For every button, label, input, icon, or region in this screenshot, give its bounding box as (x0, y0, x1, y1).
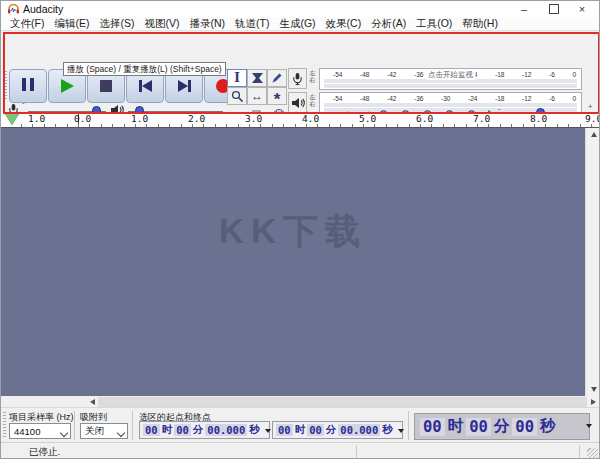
recording-meter[interactable]: -54-48-42-36-30-24-18-12-60 点击开始监视 (319, 68, 582, 90)
time-shift-icon: ↔ (251, 89, 263, 103)
selection-end-field[interactable]: 00时00分00.000秒 (272, 421, 403, 439)
snap-to-select[interactable]: 关闭 (80, 423, 128, 439)
project-rate-select[interactable]: 44100 (9, 423, 71, 439)
time-segment: 时 (161, 423, 174, 437)
audacity-window: Audacity – × 文件(F)编辑(E)选择(S)视图(V)播录(N)轨道… (0, 0, 600, 459)
menu-bar: 文件(F)编辑(E)选择(S)视图(V)播录(N)轨道(T)生成(G)效果(C)… (1, 17, 599, 31)
time-shift-tool-button[interactable]: ↔ (247, 87, 267, 105)
status-separator (579, 445, 580, 459)
meter-scale-tick: -30 (441, 95, 450, 102)
time-segment: 00 (466, 418, 491, 436)
playback-meter-bar-left (324, 103, 577, 107)
horizontal-scroll-thumb[interactable] (98, 397, 587, 407)
ruler-time-label: 7.0 (473, 113, 490, 124)
minimize-icon: – (521, 3, 527, 15)
time-segment: 秒 (381, 423, 394, 437)
selection-toolbar-grip[interactable] (3, 412, 6, 438)
envelope-tool-button[interactable] (247, 69, 267, 87)
menu-item[interactable]: 效果(C) (321, 17, 367, 31)
dropdown-arrow-icon[interactable] (586, 424, 592, 428)
toolbar-separator (74, 411, 75, 440)
menu-item[interactable]: 分析(A) (366, 17, 411, 31)
arrow-right-icon (591, 399, 596, 405)
timeline-ruler[interactable]: 1.00.01.02.03.04.05.06.07.08.09.0 (1, 112, 599, 128)
scroll-left-button[interactable] (86, 397, 98, 407)
ruler-time-label: 1.0 (28, 113, 45, 124)
left-channel-label: 左 (307, 94, 318, 101)
menu-item[interactable]: 选择(S) (94, 17, 139, 31)
play-icon (61, 79, 74, 93)
scroll-up-button[interactable] (586, 128, 600, 141)
chevron-down-icon (117, 429, 125, 437)
status-bar: 已停止. (1, 442, 599, 459)
time-segment: 00.000 (338, 424, 380, 436)
meter-scale-tick: -48 (360, 71, 369, 78)
time-segment: 00 (307, 424, 324, 436)
maximize-button[interactable] (539, 1, 569, 17)
ruler-time-label: 0.0 (74, 113, 91, 124)
play-button-tooltip: 播放 (Space) / 重复播放(L) (Shift+Space) (63, 62, 226, 76)
scroll-right-button[interactable] (587, 397, 599, 407)
selection-start-field[interactable]: 00时00分00.000秒 (139, 421, 270, 439)
menu-item[interactable]: 轨道(T) (230, 17, 274, 31)
minimize-button[interactable]: – (509, 1, 539, 17)
stop-icon (100, 80, 112, 92)
snap-to-value: 关闭 (85, 425, 104, 438)
vertical-scrollbar[interactable] (585, 128, 600, 396)
time-segment: 时 (447, 416, 465, 437)
meter-scale-tick: -48 (360, 95, 369, 102)
menu-item[interactable]: 播录(N) (184, 17, 230, 31)
chevron-down-icon (60, 429, 68, 437)
playback-meter-scale: -54-48-42-36-30-24-18-12-60 (320, 93, 581, 102)
ruler-time-label: 3.0 (245, 113, 262, 124)
selection-tool-button[interactable]: I (227, 69, 247, 87)
toolbar-separator (408, 411, 409, 440)
menu-item[interactable]: 文件(F) (5, 17, 49, 31)
time-segment: 00 (174, 424, 191, 436)
pause-button[interactable] (9, 69, 47, 103)
menu-item[interactable]: 生成(G) (274, 17, 320, 31)
dropdown-arrow-icon[interactable] (265, 429, 271, 433)
meter-scale-tick: -42 (387, 71, 396, 78)
arrow-left-icon (90, 399, 95, 405)
time-segment: 00 (276, 424, 293, 436)
meter-scale-tick: -18 (495, 71, 504, 78)
time-segment: 秒 (248, 423, 261, 437)
pinned-playhead-icon[interactable] (5, 114, 19, 125)
close-button[interactable]: × (567, 1, 597, 17)
audio-position-field[interactable]: 00时00分00秒 (414, 413, 590, 440)
monitor-hint-text[interactable]: 点击开始监视 (426, 70, 475, 80)
time-segment: 分 (325, 423, 338, 437)
meter-scale-tick: -42 (387, 95, 396, 102)
pause-icon (20, 77, 36, 95)
toolbar-separator (132, 411, 133, 440)
transport-grip[interactable] (4, 71, 7, 99)
resize-grip[interactable] (587, 448, 598, 459)
recording-meter-bar-right (324, 84, 577, 88)
multi-tool-button[interactable]: * (267, 87, 287, 105)
meter-scale-tick: -12 (522, 95, 531, 102)
meter-scale-tick: 0 (572, 71, 576, 78)
draw-tool-button[interactable] (267, 69, 287, 87)
menu-item[interactable]: 编辑(E) (49, 17, 94, 31)
meter-scale-tick: -36 (414, 95, 423, 102)
dropdown-arrow-icon[interactable] (398, 429, 404, 433)
meter-scale-tick: -6 (549, 71, 555, 78)
ruler-time-label: 6.0 (416, 113, 433, 124)
menu-item[interactable]: 视图(V) (139, 17, 184, 31)
zoom-tool-button[interactable] (227, 87, 247, 105)
scroll-down-button[interactable] (586, 383, 600, 396)
meter-scale-tick: -24 (468, 95, 477, 102)
i-beam-icon: I (234, 71, 240, 85)
ruler-time-label: 8.0 (530, 113, 547, 124)
recording-meter-button[interactable] (288, 68, 307, 89)
menu-item[interactable]: 帮助(H) (457, 17, 503, 31)
watermark-text: KK下载 (219, 208, 368, 255)
menu-item[interactable]: 工具(O) (411, 17, 457, 31)
horizontal-scrollbar[interactable] (86, 397, 599, 407)
time-segment: 秒 (539, 416, 557, 437)
multi-tool-icon: * (274, 89, 281, 104)
meter-scale-tick: -36 (414, 71, 423, 78)
meter-scale-tick: 0 (572, 95, 576, 102)
meter-scale-tick: -18 (495, 95, 504, 102)
